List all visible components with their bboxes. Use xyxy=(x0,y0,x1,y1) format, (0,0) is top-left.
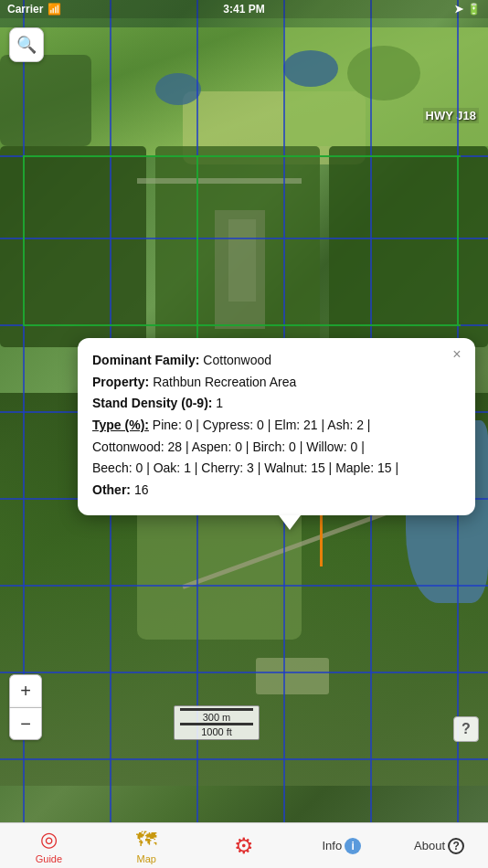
property-label: Property: xyxy=(92,375,149,389)
about-label: About xyxy=(414,839,445,852)
popup-cottonwood-line: Cottonwood: 28 | Aspen: 0 | Birch: 0 | W… xyxy=(92,438,461,458)
scale-line-feet xyxy=(180,723,253,725)
scale-label-meters: 300 m xyxy=(180,712,253,723)
battery-icon: 🔋 xyxy=(467,3,481,16)
info-icon: i xyxy=(345,838,361,854)
location-icon: ➤ xyxy=(454,3,463,16)
tab-settings[interactable]: ⚙ xyxy=(196,823,293,868)
guide-icon: ◎ xyxy=(40,828,58,852)
map-background: HWY J18 xyxy=(0,0,488,822)
popup-stand-density: Stand Density (0-9): 1 xyxy=(92,394,461,414)
stand-density-label: Stand Density (0-9): xyxy=(92,396,212,410)
tab-info[interactable]: Info i xyxy=(292,823,390,868)
tab-bar: ◎ Guide 🗺 Map ⚙ Info i About ? xyxy=(0,822,488,868)
popup-close-button[interactable]: × xyxy=(448,345,466,364)
popup-dominant-family: Dominant Family: Cottonwood xyxy=(92,351,461,371)
dominant-family-label: Dominant Family: xyxy=(92,353,199,367)
popup-other-line: Other: 16 xyxy=(92,481,461,501)
settings-icon: ⚙ xyxy=(234,833,254,859)
info-label: Info xyxy=(322,839,342,852)
tab-about[interactable]: About ? xyxy=(390,823,488,868)
status-time: 3:41 PM xyxy=(223,3,264,16)
zoom-out-button[interactable]: − xyxy=(9,707,42,740)
scale-bar: 300 m 1000 ft xyxy=(174,705,260,740)
guide-label: Guide xyxy=(36,853,62,864)
search-icon: 🔍 xyxy=(16,35,37,55)
tab-guide[interactable]: ◎ Guide xyxy=(0,823,98,868)
popup-property: Property: Rathbun Recreation Area xyxy=(92,373,461,393)
highway-label: HWY J18 xyxy=(423,108,479,123)
tab-map[interactable]: 🗺 Map xyxy=(98,823,196,868)
map-area[interactable]: HWY J18 xyxy=(0,0,488,822)
status-right: ➤ 🔋 xyxy=(454,3,481,16)
scale-line-meters xyxy=(180,708,253,711)
zoom-controls: + − xyxy=(9,674,42,740)
zoom-in-button[interactable]: + xyxy=(9,674,42,707)
status-left: Carrier 📶 xyxy=(7,3,61,16)
map-icon: 🗺 xyxy=(136,828,156,852)
map-label: Map xyxy=(136,853,155,864)
info-popup: × Dominant Family: Cottonwood Property: … xyxy=(78,338,475,515)
search-button[interactable]: 🔍 xyxy=(9,27,44,62)
about-icon: ? xyxy=(448,838,464,854)
help-button[interactable]: ? xyxy=(453,716,479,742)
popup-type-line: Type (%): Pine: 0 | Cypress: 0 | Elm: 21… xyxy=(92,416,461,436)
carrier-label: Carrier xyxy=(7,3,43,16)
popup-beech-line: Beech: 0 | Oak: 1 | Cherry: 3 | Walnut: … xyxy=(92,459,461,479)
wifi-icon: 📶 xyxy=(48,3,61,16)
scale-label-feet: 1000 ft xyxy=(180,726,253,737)
status-bar: Carrier 📶 3:41 PM ➤ 🔋 xyxy=(0,0,488,18)
